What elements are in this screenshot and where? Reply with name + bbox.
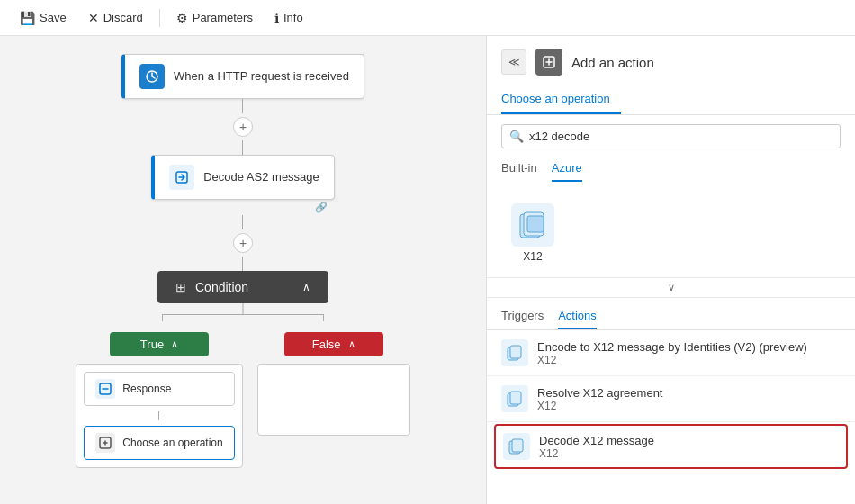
save-button[interactable]: 💾 Save xyxy=(11,7,76,29)
tab-choose-operation[interactable]: Choose an operation xyxy=(501,86,621,114)
svg-rect-9 xyxy=(510,346,521,358)
result-tabs: Triggers Actions xyxy=(487,298,855,330)
flow-canvas: When a HTTP request is received + Decode… xyxy=(0,36,486,504)
discard-icon: ✕ xyxy=(88,11,99,25)
connector-1 xyxy=(242,99,243,113)
encode-action-info: Encode to X12 message by Identities (V2)… xyxy=(537,340,807,366)
parameters-icon: ⚙ xyxy=(176,11,188,25)
branch-right-line xyxy=(323,314,324,321)
panel-collapse-button[interactable]: ≪ xyxy=(501,50,526,75)
x12-label: X12 xyxy=(523,250,542,263)
toolbar-divider xyxy=(159,9,160,27)
info-icon: ℹ xyxy=(274,11,279,25)
true-branch-body: Response Choose an operation xyxy=(76,364,242,468)
search-input[interactable] xyxy=(529,130,832,143)
right-panel: ≪ Add an action Choose an operation 🔍 Bu… xyxy=(486,36,855,504)
branch-left-line xyxy=(162,314,163,321)
tab-triggers[interactable]: Triggers xyxy=(501,305,544,329)
decode-as2-text: Decode AS2 message xyxy=(203,170,320,185)
panel-title: Add an action xyxy=(572,55,654,70)
encode-action-sub: X12 xyxy=(537,354,807,366)
resolve-action-sub: X12 xyxy=(537,400,662,412)
http-trigger-text: When a HTTP request is received xyxy=(174,69,349,85)
decode-as2-node: Decode AS2 message 🔗 xyxy=(151,155,335,215)
decode-as2-box[interactable]: Decode AS2 message xyxy=(151,155,335,200)
decode-action-name: Decode X12 message xyxy=(539,434,654,447)
flow-container: When a HTTP request is received + Decode… xyxy=(76,54,410,468)
svg-rect-7 xyxy=(527,216,544,232)
connector-3 xyxy=(242,215,243,230)
encode-action-name: Encode to X12 message by Identities (V2)… xyxy=(537,340,807,354)
http-trigger-icon xyxy=(140,64,165,89)
false-branch-header[interactable]: False ∧ xyxy=(284,332,383,356)
panel-tabs: Choose an operation xyxy=(487,79,855,115)
true-branch-header[interactable]: True ∧ xyxy=(110,332,209,356)
svg-rect-11 xyxy=(510,392,521,404)
branch-container: True ∧ Response xyxy=(76,332,410,468)
tab-built-in[interactable]: Built-in xyxy=(501,158,537,182)
x12-card[interactable]: X12 xyxy=(501,196,564,270)
condition-box[interactable]: ⊞ Condition ∧ xyxy=(158,271,328,303)
resolve-action-icon xyxy=(501,385,528,412)
resolve-action-name: Resolve X12 agreement xyxy=(537,386,662,400)
action-list: Encode to X12 message by Identities (V2)… xyxy=(487,330,855,504)
condition-node: ⊞ Condition ∧ xyxy=(158,271,328,303)
expand-chevron[interactable]: ∨ xyxy=(668,282,675,293)
panel-title-icon xyxy=(536,49,562,76)
x12-icon xyxy=(511,203,554,247)
choose-op-icon xyxy=(95,433,115,453)
toolbar: 💾 Save ✕ Discard ⚙ Parameters ℹ Info xyxy=(0,0,855,36)
resp-connector xyxy=(158,411,159,420)
false-branch-chevron: ∧ xyxy=(348,338,356,350)
condition-text: Condition xyxy=(195,280,248,294)
response-text: Response xyxy=(122,382,171,395)
http-trigger-node: When a HTTP request is received xyxy=(122,54,364,99)
response-node[interactable]: Response xyxy=(84,372,234,406)
main-area: When a HTTP request is received + Decode… xyxy=(0,36,855,504)
encode-action-icon xyxy=(501,339,528,366)
tab-azure[interactable]: Azure xyxy=(552,158,582,182)
panel-header: ≪ Add an action xyxy=(487,36,855,76)
http-trigger-box[interactable]: When a HTTP request is received xyxy=(122,54,364,99)
connector-4 xyxy=(242,256,243,271)
search-box: 🔍 xyxy=(501,124,841,148)
link-icon: 🔗 xyxy=(315,202,328,213)
action-item-resolve[interactable]: Resolve X12 agreement X12 xyxy=(487,376,855,422)
action-item-decode[interactable]: Decode X12 message X12 xyxy=(494,424,848,469)
condition-chevron: ∧ xyxy=(302,281,310,293)
false-branch: False ∧ xyxy=(257,332,410,468)
decode-as2-icon xyxy=(169,165,194,190)
branch-connector xyxy=(108,303,378,321)
info-button[interactable]: ℹ Info xyxy=(266,7,312,29)
add-after-trigger[interactable]: + xyxy=(233,117,253,137)
tab-actions[interactable]: Actions xyxy=(558,305,597,329)
connector-2 xyxy=(242,140,243,155)
false-branch-label: False xyxy=(312,338,341,351)
resolve-action-info: Resolve X12 agreement X12 xyxy=(537,386,662,412)
save-icon: 💾 xyxy=(20,11,35,25)
connector-tabs: Built-in Azure xyxy=(487,158,855,182)
choose-op-node[interactable]: Choose an operation xyxy=(84,426,234,460)
expand-row: ∨ xyxy=(487,278,855,298)
branch-h-line xyxy=(162,314,324,315)
choose-op-text: Choose an operation xyxy=(122,436,222,449)
decode-action-icon xyxy=(503,433,530,460)
true-branch-label: True xyxy=(140,338,164,351)
svg-rect-13 xyxy=(512,439,523,452)
add-after-decode[interactable]: + xyxy=(233,233,253,253)
x12-section: X12 xyxy=(487,189,855,278)
parameters-button[interactable]: ⚙ Parameters xyxy=(167,7,262,29)
response-icon xyxy=(95,379,115,399)
search-icon: 🔍 xyxy=(509,130,524,143)
false-branch-body xyxy=(257,364,410,436)
decode-action-info: Decode X12 message X12 xyxy=(539,434,654,460)
condition-icon: ⊞ xyxy=(176,280,186,294)
true-branch: True ∧ Response xyxy=(76,332,242,468)
action-item-encode[interactable]: Encode to X12 message by Identities (V2)… xyxy=(487,330,855,376)
true-branch-chevron: ∧ xyxy=(171,338,178,350)
decode-action-sub: X12 xyxy=(539,447,654,460)
discard-button[interactable]: ✕ Discard xyxy=(79,7,152,29)
